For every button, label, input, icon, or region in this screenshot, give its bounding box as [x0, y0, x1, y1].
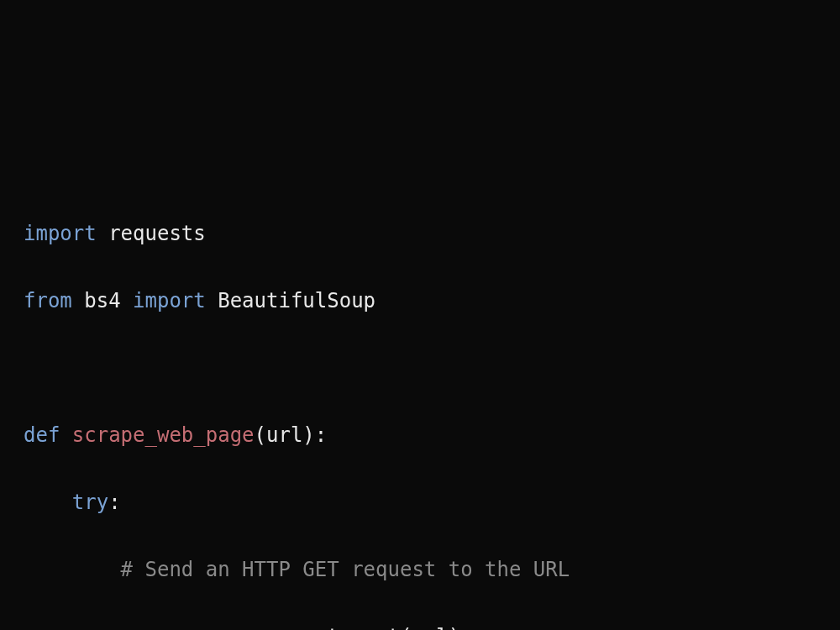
code-block: import requests from bs4 import Beautifu…: [24, 217, 840, 630]
code-line: try:: [24, 486, 840, 519]
token-txt: (url):: [255, 423, 328, 447]
token-kw: try: [72, 491, 108, 514]
token-txt: bs4: [72, 289, 133, 312]
token-txt: requests: [97, 222, 206, 245]
token-txt: BeautifulSoup: [206, 289, 375, 312]
token-fn: scrape_web_page: [72, 423, 255, 447]
code-line: import requests: [24, 217, 840, 250]
code-editor: import requests from bs4 import Beautifu…: [0, 134, 840, 630]
token-txt: :: [108, 491, 120, 514]
token-kw: import: [133, 289, 206, 312]
token-txt: response = requests.get(url): [121, 625, 461, 630]
code-line: # Send an HTTP GET request to the URL: [24, 553, 840, 586]
code-line: from bs4 import BeautifulSoup: [24, 284, 840, 318]
token-kw: from: [24, 289, 72, 312]
token-cmt: # Send an HTTP GET request to the URL: [121, 558, 570, 581]
token-kw: import: [24, 222, 97, 245]
indent: [24, 491, 72, 514]
indent: [24, 625, 121, 630]
token-txt: [60, 423, 71, 447]
token-kw: def: [24, 423, 60, 447]
code-line: def scrape_web_page(url):: [24, 418, 840, 452]
indent: [24, 558, 121, 581]
code-line: [24, 351, 840, 385]
code-line: response = requests.get(url): [24, 620, 840, 630]
